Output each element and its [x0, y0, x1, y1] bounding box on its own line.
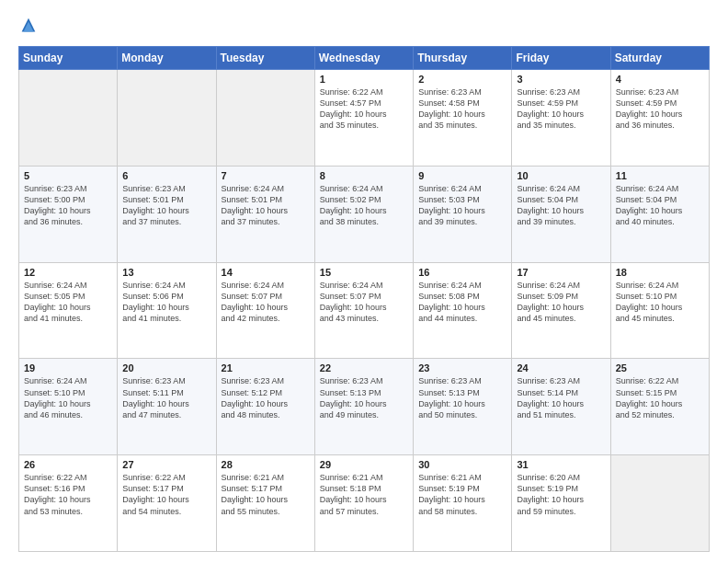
day-number: 10 [517, 170, 605, 181]
calendar-cell [118, 70, 216, 167]
calendar-week-3: 12Sunrise: 6:24 AM Sunset: 5:05 PM Dayli… [19, 262, 710, 359]
day-info: Sunrise: 6:23 AM Sunset: 4:59 PM Dayligh… [616, 86, 704, 132]
day-info: Sunrise: 6:23 AM Sunset: 5:01 PM Dayligh… [122, 183, 210, 228]
calendar-week-1: 1Sunrise: 6:22 AM Sunset: 4:57 PM Daylig… [19, 70, 710, 167]
day-number: 14 [222, 267, 310, 278]
calendar-cell: 27Sunrise: 6:22 AM Sunset: 5:17 PM Dayli… [118, 455, 216, 552]
day-number: 30 [418, 459, 506, 470]
day-info: Sunrise: 6:21 AM Sunset: 5:18 PM Dayligh… [320, 472, 408, 517]
day-info: Sunrise: 6:21 AM Sunset: 5:19 PM Dayligh… [418, 472, 506, 517]
day-number: 3 [517, 74, 605, 85]
day-info: Sunrise: 6:23 AM Sunset: 5:13 PM Dayligh… [418, 375, 506, 420]
day-header-thursday: Thursday [414, 47, 512, 70]
calendar-cell [19, 70, 118, 167]
calendar-cell: 25Sunrise: 6:22 AM Sunset: 5:15 PM Dayli… [610, 359, 709, 455]
day-number: 17 [517, 267, 605, 278]
day-info: Sunrise: 6:21 AM Sunset: 5:17 PM Dayligh… [222, 472, 310, 517]
day-info: Sunrise: 6:22 AM Sunset: 5:16 PM Dayligh… [24, 472, 112, 517]
day-number: 15 [320, 267, 408, 278]
calendar-cell [216, 70, 314, 167]
day-info: Sunrise: 6:24 AM Sunset: 5:03 PM Dayligh… [418, 183, 506, 228]
logo [18, 17, 42, 37]
day-info: Sunrise: 6:24 AM Sunset: 5:07 PM Dayligh… [222, 280, 310, 325]
calendar-cell: 28Sunrise: 6:21 AM Sunset: 5:17 PM Dayli… [216, 455, 314, 552]
day-header-friday: Friday [512, 47, 610, 70]
calendar-cell: 3Sunrise: 6:23 AM Sunset: 4:59 PM Daylig… [512, 70, 610, 167]
day-number: 31 [517, 459, 605, 470]
calendar-cell: 6Sunrise: 6:23 AM Sunset: 5:01 PM Daylig… [118, 166, 216, 262]
day-number: 9 [418, 170, 506, 181]
day-number: 19 [24, 362, 112, 373]
day-number: 5 [24, 170, 112, 181]
calendar-cell: 22Sunrise: 6:23 AM Sunset: 5:13 PM Dayli… [314, 359, 413, 455]
day-info: Sunrise: 6:22 AM Sunset: 5:15 PM Dayligh… [616, 375, 704, 420]
day-info: Sunrise: 6:24 AM Sunset: 5:02 PM Dayligh… [320, 183, 408, 228]
day-info: Sunrise: 6:22 AM Sunset: 4:57 PM Dayligh… [320, 86, 408, 132]
calendar-cell: 21Sunrise: 6:23 AM Sunset: 5:12 PM Dayli… [216, 359, 314, 455]
calendar-cell: 17Sunrise: 6:24 AM Sunset: 5:09 PM Dayli… [512, 262, 610, 359]
day-info: Sunrise: 6:23 AM Sunset: 4:59 PM Dayligh… [517, 86, 605, 132]
page: SundayMondayTuesdayWednesdayThursdayFrid… [0, 0, 728, 563]
day-info: Sunrise: 6:24 AM Sunset: 5:10 PM Dayligh… [616, 280, 704, 325]
day-number: 16 [418, 267, 506, 278]
day-number: 21 [222, 362, 310, 373]
day-number: 24 [517, 362, 605, 373]
day-info: Sunrise: 6:23 AM Sunset: 5:00 PM Dayligh… [24, 183, 112, 228]
calendar-cell: 13Sunrise: 6:24 AM Sunset: 5:06 PM Dayli… [118, 262, 216, 359]
day-info: Sunrise: 6:23 AM Sunset: 5:13 PM Dayligh… [320, 375, 408, 420]
calendar-cell: 12Sunrise: 6:24 AM Sunset: 5:05 PM Dayli… [19, 262, 118, 359]
day-number: 4 [616, 74, 704, 85]
day-info: Sunrise: 6:24 AM Sunset: 5:01 PM Dayligh… [222, 183, 310, 228]
day-info: Sunrise: 6:24 AM Sunset: 5:04 PM Dayligh… [616, 183, 704, 228]
calendar-cell: 30Sunrise: 6:21 AM Sunset: 5:19 PM Dayli… [414, 455, 512, 552]
calendar-cell: 10Sunrise: 6:24 AM Sunset: 5:04 PM Dayli… [512, 166, 610, 262]
day-info: Sunrise: 6:23 AM Sunset: 4:58 PM Dayligh… [418, 86, 506, 132]
calendar-cell: 14Sunrise: 6:24 AM Sunset: 5:07 PM Dayli… [216, 262, 314, 359]
calendar-week-2: 5Sunrise: 6:23 AM Sunset: 5:00 PM Daylig… [19, 166, 710, 262]
header [18, 17, 710, 37]
calendar-cell: 26Sunrise: 6:22 AM Sunset: 5:16 PM Dayli… [19, 455, 118, 552]
calendar-cell: 11Sunrise: 6:24 AM Sunset: 5:04 PM Dayli… [610, 166, 709, 262]
day-number: 1 [320, 74, 408, 85]
calendar-cell: 8Sunrise: 6:24 AM Sunset: 5:02 PM Daylig… [314, 166, 413, 262]
calendar-cell: 16Sunrise: 6:24 AM Sunset: 5:08 PM Dayli… [414, 262, 512, 359]
calendar-cell [610, 455, 709, 552]
day-header-saturday: Saturday [610, 47, 709, 70]
day-info: Sunrise: 6:22 AM Sunset: 5:17 PM Dayligh… [122, 472, 210, 517]
day-info: Sunrise: 6:24 AM Sunset: 5:09 PM Dayligh… [517, 280, 605, 325]
day-number: 28 [222, 459, 310, 470]
calendar-cell: 1Sunrise: 6:22 AM Sunset: 4:57 PM Daylig… [314, 70, 413, 167]
calendar-week-5: 26Sunrise: 6:22 AM Sunset: 5:16 PM Dayli… [19, 455, 710, 552]
day-number: 6 [122, 170, 210, 181]
calendar-cell: 23Sunrise: 6:23 AM Sunset: 5:13 PM Dayli… [414, 359, 512, 455]
calendar-cell: 24Sunrise: 6:23 AM Sunset: 5:14 PM Dayli… [512, 359, 610, 455]
calendar-cell: 20Sunrise: 6:23 AM Sunset: 5:11 PM Dayli… [118, 359, 216, 455]
day-info: Sunrise: 6:24 AM Sunset: 5:07 PM Dayligh… [320, 280, 408, 325]
calendar-cell: 2Sunrise: 6:23 AM Sunset: 4:58 PM Daylig… [414, 70, 512, 167]
calendar-cell: 5Sunrise: 6:23 AM Sunset: 5:00 PM Daylig… [19, 166, 118, 262]
day-number: 29 [320, 459, 408, 470]
day-number: 13 [122, 267, 210, 278]
day-info: Sunrise: 6:24 AM Sunset: 5:10 PM Dayligh… [24, 375, 112, 420]
calendar-header-row: SundayMondayTuesdayWednesdayThursdayFrid… [19, 47, 710, 70]
day-number: 7 [222, 170, 310, 181]
calendar-cell: 29Sunrise: 6:21 AM Sunset: 5:18 PM Dayli… [314, 455, 413, 552]
day-info: Sunrise: 6:24 AM Sunset: 5:08 PM Dayligh… [418, 280, 506, 325]
day-number: 12 [24, 267, 112, 278]
day-number: 27 [122, 459, 210, 470]
day-header-tuesday: Tuesday [216, 47, 314, 70]
day-info: Sunrise: 6:23 AM Sunset: 5:11 PM Dayligh… [122, 375, 210, 420]
day-header-monday: Monday [118, 47, 216, 70]
day-number: 8 [320, 170, 408, 181]
day-number: 2 [418, 74, 506, 85]
calendar-week-4: 19Sunrise: 6:24 AM Sunset: 5:10 PM Dayli… [19, 359, 710, 455]
calendar-cell: 15Sunrise: 6:24 AM Sunset: 5:07 PM Dayli… [314, 262, 413, 359]
day-info: Sunrise: 6:20 AM Sunset: 5:19 PM Dayligh… [517, 472, 605, 517]
calendar-cell: 19Sunrise: 6:24 AM Sunset: 5:10 PM Dayli… [19, 359, 118, 455]
day-number: 26 [24, 459, 112, 470]
day-number: 22 [320, 362, 408, 373]
day-number: 23 [418, 362, 506, 373]
day-header-wednesday: Wednesday [314, 47, 413, 70]
calendar-cell: 18Sunrise: 6:24 AM Sunset: 5:10 PM Dayli… [610, 262, 709, 359]
calendar-cell: 31Sunrise: 6:20 AM Sunset: 5:19 PM Dayli… [512, 455, 610, 552]
